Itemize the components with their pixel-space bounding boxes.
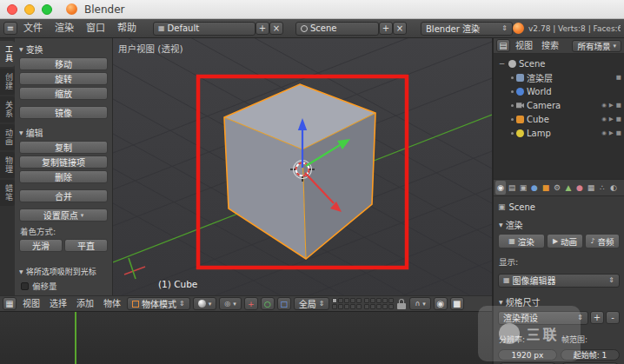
render-toggle-icon[interactable]: ■: [616, 102, 621, 109]
edit-panel-header[interactable]: ▼ 编辑: [19, 127, 109, 138]
minimize-window-button[interactable]: [24, 4, 35, 15]
render-toggle-icon[interactable]: ■: [616, 129, 621, 136]
tab-physics[interactable]: ◐: [608, 181, 619, 195]
transform-panel-header[interactable]: ▼ 变换: [19, 43, 109, 55]
tab-render[interactable]: ◉: [495, 181, 506, 195]
outliner-editor-icon[interactable]: ▤: [496, 39, 510, 52]
tab-tools[interactable]: 工具: [0, 41, 15, 67]
selectability-toggle-icon[interactable]: ▶: [609, 116, 614, 122]
lock-icon[interactable]: [396, 297, 407, 310]
tab-material[interactable]: ●: [574, 181, 585, 195]
zoom-window-button[interactable]: [42, 4, 52, 15]
tab-render-layers[interactable]: ▤: [507, 181, 517, 195]
render-audio-button[interactable]: ♪ 音频: [585, 234, 620, 248]
rotate-button[interactable]: 旋转: [19, 72, 108, 85]
audio-icon: ♪: [590, 237, 594, 245]
duplicate-linked-button[interactable]: 复制链接项: [19, 156, 108, 169]
layers-widget-right[interactable]: [364, 298, 394, 309]
visibility-toggle-icon[interactable]: ◉: [601, 102, 607, 109]
add-scene-button[interactable]: +: [379, 22, 393, 35]
menu-add[interactable]: 添加: [73, 296, 97, 311]
pivot-center-dropdown[interactable]: ◎ ▾: [219, 297, 242, 310]
translate-button[interactable]: 移动: [19, 57, 108, 70]
outliner-row-cube[interactable]: Cube ◉ ▶ ■: [494, 112, 624, 126]
menu-select[interactable]: 选择: [46, 296, 70, 311]
layers-widget-left[interactable]: [332, 298, 362, 309]
shade-smooth-button[interactable]: 光滑: [19, 239, 63, 252]
tab-physics[interactable]: 物理: [0, 152, 15, 178]
scene-stats: v2.78 | Verts:8 | Faces:6: [528, 24, 621, 33]
join-button[interactable]: 合并: [19, 189, 108, 202]
layer-cell[interactable]: [332, 298, 337, 303]
display-filter-dropdown[interactable]: 所有场景 ▾: [572, 40, 621, 52]
viewport-3d[interactable]: 用户视图 (透视) (1) Cube: [113, 38, 492, 295]
remove-preset-button[interactable]: -: [606, 311, 620, 324]
outliner-row-renderlayers[interactable]: 渲染层 ■: [494, 70, 624, 84]
tab-create[interactable]: 创建: [0, 69, 15, 95]
shade-flat-button[interactable]: 平直: [64, 239, 108, 252]
delete-scene-button[interactable]: ×: [393, 22, 407, 35]
menu-object[interactable]: 物体: [100, 296, 124, 311]
menu-render[interactable]: 渲染: [49, 19, 80, 37]
operator-panel-header[interactable]: ▼ 将所选项吸附到光标: [19, 266, 109, 277]
tab-texture[interactable]: ▦: [586, 181, 596, 195]
timeline-playhead[interactable]: [75, 312, 76, 364]
editor-type-icon[interactable]: ▦: [3, 297, 17, 310]
delete-layout-button[interactable]: ×: [269, 22, 283, 35]
render-toggle-icon[interactable]: ■: [616, 116, 621, 122]
outliner-menu-view[interactable]: 视图: [512, 36, 536, 55]
selectability-toggle-icon[interactable]: ▶: [609, 129, 614, 136]
outliner-row-world[interactable]: World: [494, 84, 624, 98]
manipulator-scale-icon[interactable]: □: [277, 297, 291, 310]
manipulator-rotate-icon[interactable]: ○: [261, 297, 275, 310]
viewport-canvas[interactable]: [113, 38, 492, 295]
tab-scene[interactable]: ▣: [518, 181, 528, 195]
render-engine-dropdown[interactable]: Blender 渲染 ⇕: [421, 22, 513, 36]
scene-dropdown[interactable]: Scene: [295, 22, 379, 36]
viewport-shading-dropdown[interactable]: ▾: [193, 297, 217, 310]
tab-world[interactable]: ●: [529, 181, 540, 195]
timeline[interactable]: [0, 311, 492, 364]
close-window-button[interactable]: [7, 4, 17, 15]
tab-grease-pencil[interactable]: 蜡笔: [0, 180, 15, 206]
tab-particles[interactable]: ∴: [597, 181, 607, 195]
tab-modifiers[interactable]: ⚙: [552, 181, 562, 195]
transform-orientation-dropdown[interactable]: 全局 ⇕: [294, 297, 330, 310]
selectability-toggle-icon[interactable]: ▶: [609, 102, 614, 109]
outliner-row-scene[interactable]: − Scene: [494, 56, 624, 70]
duplicate-button[interactable]: 复制: [19, 141, 108, 154]
menu-help[interactable]: 帮助: [111, 19, 143, 37]
offset-checkbox[interactable]: [21, 282, 29, 290]
outliner-row-lamp[interactable]: Lamp ◉ ▶ ■: [494, 126, 624, 140]
visibility-toggle-icon[interactable]: ◉: [601, 116, 607, 122]
tab-object[interactable]: ■: [541, 181, 551, 195]
snap-dropdown[interactable]: ∩ ▾: [409, 297, 430, 310]
delete-button[interactable]: 删除: [19, 170, 108, 183]
add-layout-button[interactable]: +: [256, 22, 269, 35]
screen-layout-dropdown[interactable]: ▦ Default: [153, 22, 256, 36]
render-panel-header[interactable]: ▼ 渲染: [499, 219, 620, 230]
disclosure-icon[interactable]: −: [498, 59, 506, 68]
mirror-button[interactable]: 镜像: [19, 106, 108, 119]
render-toggle-icon[interactable]: ■: [616, 74, 621, 81]
render-still-button[interactable]: ▦ 渲染: [498, 234, 545, 248]
render-opengl-icon[interactable]: ◉: [434, 297, 448, 310]
menu-file[interactable]: 文件: [17, 19, 49, 37]
outliner-menu-search[interactable]: 搜索: [538, 36, 562, 55]
menu-window[interactable]: 窗口: [80, 19, 111, 37]
render-anim-icon[interactable]: ■: [450, 297, 464, 310]
info-editor-icon[interactable]: ≡: [3, 22, 17, 35]
visibility-toggle-icon[interactable]: ◉: [601, 129, 607, 136]
tab-object-data[interactable]: ▲: [563, 181, 574, 195]
tab-relations[interactable]: 关系: [0, 96, 15, 122]
add-preset-button[interactable]: +: [590, 311, 604, 324]
render-animation-button[interactable]: ▶ 动画: [547, 234, 583, 248]
mode-dropdown[interactable]: 物体模式 ⇕: [127, 297, 190, 310]
display-mode-dropdown[interactable]: ▦ 图像编辑器 ⇕: [498, 274, 620, 288]
set-origin-dropdown[interactable]: 设置原点 ▾: [19, 208, 108, 222]
tab-animation[interactable]: 动画: [0, 124, 15, 150]
outliner-row-camera[interactable]: Camera ◉ ▶ ■: [494, 98, 624, 112]
manipulator-translate-icon[interactable]: +: [244, 297, 258, 310]
menu-view[interactable]: 视图: [19, 296, 43, 311]
scale-button[interactable]: 缩放: [19, 87, 108, 100]
